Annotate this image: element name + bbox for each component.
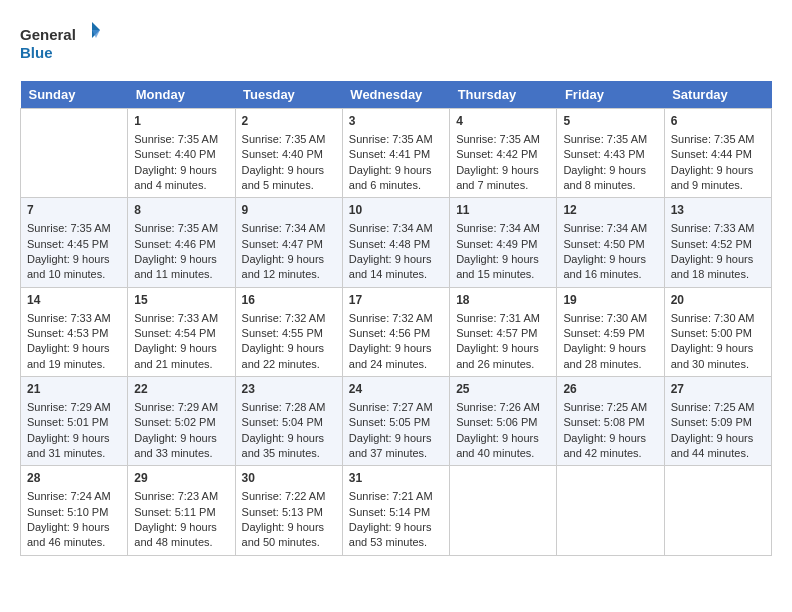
day-info: Daylight: 9 hours <box>671 252 765 267</box>
day-info: and 35 minutes. <box>242 446 336 461</box>
day-number: 16 <box>242 292 336 309</box>
day-info: Sunset: 4:46 PM <box>134 237 228 252</box>
day-info: Sunrise: 7:33 AM <box>134 311 228 326</box>
day-number: 3 <box>349 113 443 130</box>
calendar-cell: 28Sunrise: 7:24 AMSunset: 5:10 PMDayligh… <box>21 466 128 555</box>
day-number: 6 <box>671 113 765 130</box>
day-info: Sunrise: 7:33 AM <box>671 221 765 236</box>
day-number: 31 <box>349 470 443 487</box>
day-info: Daylight: 9 hours <box>134 341 228 356</box>
day-info: and 28 minutes. <box>563 357 657 372</box>
page-header: General Blue <box>20 20 772 65</box>
calendar-cell: 4Sunrise: 7:35 AMSunset: 4:42 PMDaylight… <box>450 109 557 198</box>
day-number: 29 <box>134 470 228 487</box>
day-info: Sunrise: 7:28 AM <box>242 400 336 415</box>
calendar-cell: 31Sunrise: 7:21 AMSunset: 5:14 PMDayligh… <box>342 466 449 555</box>
day-info: Daylight: 9 hours <box>563 341 657 356</box>
day-number: 25 <box>456 381 550 398</box>
day-info: Sunset: 4:55 PM <box>242 326 336 341</box>
day-info: Daylight: 9 hours <box>242 341 336 356</box>
day-info: Daylight: 9 hours <box>456 341 550 356</box>
day-info: and 19 minutes. <box>27 357 121 372</box>
day-info: Daylight: 9 hours <box>563 252 657 267</box>
day-info: Daylight: 9 hours <box>349 520 443 535</box>
day-info: Sunset: 4:40 PM <box>134 147 228 162</box>
day-info: Sunset: 4:43 PM <box>563 147 657 162</box>
weekday-header-friday: Friday <box>557 81 664 109</box>
calendar-cell <box>21 109 128 198</box>
day-info: Daylight: 9 hours <box>27 431 121 446</box>
day-number: 22 <box>134 381 228 398</box>
day-info: Sunset: 5:00 PM <box>671 326 765 341</box>
day-info: Sunrise: 7:22 AM <box>242 489 336 504</box>
day-info: Sunset: 4:52 PM <box>671 237 765 252</box>
calendar-cell <box>557 466 664 555</box>
day-info: Daylight: 9 hours <box>349 252 443 267</box>
svg-text:Blue: Blue <box>20 44 53 61</box>
day-number: 14 <box>27 292 121 309</box>
day-info: Sunset: 4:53 PM <box>27 326 121 341</box>
calendar-cell: 6Sunrise: 7:35 AMSunset: 4:44 PMDaylight… <box>664 109 771 198</box>
day-info: Sunset: 5:01 PM <box>27 415 121 430</box>
day-info: Sunset: 5:14 PM <box>349 505 443 520</box>
day-info: Sunset: 5:05 PM <box>349 415 443 430</box>
week-row-2: 7Sunrise: 7:35 AMSunset: 4:45 PMDaylight… <box>21 198 772 287</box>
calendar-table: SundayMondayTuesdayWednesdayThursdayFrid… <box>20 81 772 556</box>
day-info: Daylight: 9 hours <box>349 431 443 446</box>
day-info: Sunrise: 7:34 AM <box>242 221 336 236</box>
day-info: and 30 minutes. <box>671 357 765 372</box>
day-info: and 8 minutes. <box>563 178 657 193</box>
day-info: Sunrise: 7:33 AM <box>27 311 121 326</box>
day-info: Sunrise: 7:26 AM <box>456 400 550 415</box>
week-row-4: 21Sunrise: 7:29 AMSunset: 5:01 PMDayligh… <box>21 377 772 466</box>
calendar-cell: 12Sunrise: 7:34 AMSunset: 4:50 PMDayligh… <box>557 198 664 287</box>
day-info: Sunrise: 7:35 AM <box>134 132 228 147</box>
day-info: Sunrise: 7:34 AM <box>349 221 443 236</box>
day-info: Daylight: 9 hours <box>563 163 657 178</box>
day-info: Daylight: 9 hours <box>671 341 765 356</box>
day-info: Sunrise: 7:35 AM <box>349 132 443 147</box>
day-info: Daylight: 9 hours <box>27 341 121 356</box>
day-info: Sunset: 4:40 PM <box>242 147 336 162</box>
day-info: Daylight: 9 hours <box>242 163 336 178</box>
calendar-cell: 17Sunrise: 7:32 AMSunset: 4:56 PMDayligh… <box>342 287 449 376</box>
calendar-cell: 16Sunrise: 7:32 AMSunset: 4:55 PMDayligh… <box>235 287 342 376</box>
day-info: Sunrise: 7:35 AM <box>456 132 550 147</box>
day-number: 24 <box>349 381 443 398</box>
calendar-cell: 10Sunrise: 7:34 AMSunset: 4:48 PMDayligh… <box>342 198 449 287</box>
day-info: and 44 minutes. <box>671 446 765 461</box>
day-info: Daylight: 9 hours <box>242 252 336 267</box>
day-info: and 24 minutes. <box>349 357 443 372</box>
day-info: and 31 minutes. <box>27 446 121 461</box>
day-info: and 9 minutes. <box>671 178 765 193</box>
calendar-cell: 24Sunrise: 7:27 AMSunset: 5:05 PMDayligh… <box>342 377 449 466</box>
calendar-cell: 1Sunrise: 7:35 AMSunset: 4:40 PMDaylight… <box>128 109 235 198</box>
day-number: 18 <box>456 292 550 309</box>
day-info: Sunset: 4:41 PM <box>349 147 443 162</box>
day-info: Sunset: 5:10 PM <box>27 505 121 520</box>
day-info: Daylight: 9 hours <box>242 431 336 446</box>
day-info: and 46 minutes. <box>27 535 121 550</box>
day-info: Sunset: 5:02 PM <box>134 415 228 430</box>
day-info: and 42 minutes. <box>563 446 657 461</box>
day-info: Sunrise: 7:35 AM <box>27 221 121 236</box>
day-info: Daylight: 9 hours <box>134 252 228 267</box>
day-info: Sunrise: 7:35 AM <box>563 132 657 147</box>
day-info: Daylight: 9 hours <box>242 520 336 535</box>
day-info: Daylight: 9 hours <box>563 431 657 446</box>
day-info: Sunset: 4:45 PM <box>27 237 121 252</box>
day-number: 4 <box>456 113 550 130</box>
calendar-cell: 9Sunrise: 7:34 AMSunset: 4:47 PMDaylight… <box>235 198 342 287</box>
calendar-cell: 20Sunrise: 7:30 AMSunset: 5:00 PMDayligh… <box>664 287 771 376</box>
day-info: Sunset: 4:49 PM <box>456 237 550 252</box>
day-info: Sunrise: 7:30 AM <box>671 311 765 326</box>
day-info: Sunrise: 7:27 AM <box>349 400 443 415</box>
calendar-cell: 7Sunrise: 7:35 AMSunset: 4:45 PMDaylight… <box>21 198 128 287</box>
day-info: and 15 minutes. <box>456 267 550 282</box>
day-info: Sunset: 5:06 PM <box>456 415 550 430</box>
day-info: Sunset: 4:50 PM <box>563 237 657 252</box>
day-number: 13 <box>671 202 765 219</box>
logo-svg: General Blue <box>20 20 100 65</box>
calendar-cell: 3Sunrise: 7:35 AMSunset: 4:41 PMDaylight… <box>342 109 449 198</box>
day-number: 2 <box>242 113 336 130</box>
